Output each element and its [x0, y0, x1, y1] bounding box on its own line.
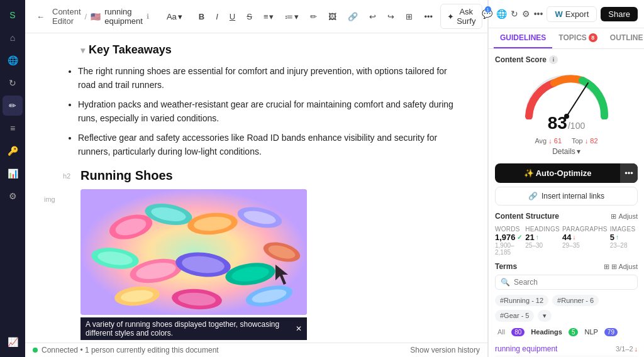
search-input[interactable]: [514, 278, 632, 287]
term-down-arrow: ↓: [635, 345, 638, 353]
internal-links-label: Insert internal links: [541, 192, 604, 200]
top-score: Top ↓ 82: [572, 137, 598, 145]
sidebar-icon-chart[interactable]: 📊: [3, 163, 23, 184]
globe-icon-button[interactable]: 🌐: [496, 5, 507, 23]
refresh-icon: ↻: [511, 9, 518, 19]
font-selector[interactable]: Aa ▾: [167, 12, 182, 21]
image-button[interactable]: 🖼: [325, 10, 340, 23]
list-button[interactable]: ≔ ▾: [281, 10, 303, 23]
sidebar-icon-settings[interactable]: ⚙: [3, 186, 23, 206]
score-denom: /100: [568, 121, 585, 131]
home-icon: ⌂: [10, 33, 15, 43]
more-button[interactable]: •••: [420, 10, 436, 23]
filter-badge-nlp: 79: [604, 328, 618, 336]
settings-icon-button[interactable]: ⚙: [522, 5, 530, 23]
align-chevron-icon: ▾: [269, 12, 274, 21]
undo-button[interactable]: ↩: [365, 10, 380, 23]
filter-tab-headings[interactable]: Headings: [528, 327, 565, 337]
collapse-icon[interactable]: ▾: [80, 45, 85, 55]
tag-more[interactable]: ▾: [538, 310, 552, 322]
info-icon[interactable]: ℹ: [147, 13, 149, 21]
tab-topics[interactable]: TOPICS 8: [552, 28, 603, 48]
search-icon: 🔍: [501, 278, 510, 287]
sidebar-icon-home[interactable]: S: [3, 5, 23, 25]
sidebar-icon-refresh[interactable]: ↻: [3, 73, 23, 93]
auto-optimize-button[interactable]: ✨ Auto-Optimize: [495, 163, 638, 183]
align-button[interactable]: ≡ ▾: [260, 10, 278, 23]
editor-content[interactable]: ▾ Key Takeaways The right running shoes …: [25, 33, 487, 343]
structure-title: Content Structure: [495, 212, 559, 221]
filter-badge-headings: 5: [569, 328, 579, 336]
h2-tag: h2: [63, 172, 75, 180]
score-info-icon[interactable]: i: [549, 55, 558, 64]
sidebar-icon-edit[interactable]: ✏: [3, 96, 23, 116]
details-row: Details ▾: [495, 147, 638, 156]
paragraphs-value: 44 ↓: [562, 233, 608, 242]
back-button[interactable]: ←: [33, 10, 48, 23]
sidebar-icon-dashboard[interactable]: ⌂: [3, 28, 23, 48]
internal-links-button[interactable]: 🔗 Insert internal links: [495, 187, 638, 206]
list-chevron-icon: ▾: [294, 12, 299, 21]
tag-gear[interactable]: #Gear - 5: [495, 310, 534, 322]
term-row-running-equipment: running equipment 3/1–2 ↓: [495, 342, 638, 356]
refresh-icon-button[interactable]: ↻: [511, 5, 518, 23]
terms-adjust-label: ⊞ Adjust: [611, 263, 638, 271]
ask-surfy-label: Ask Surfy: [457, 7, 475, 26]
tab-outline[interactable]: OUTLINE: [604, 28, 644, 48]
filter-tab-nlp[interactable]: NLP: [582, 327, 600, 337]
term-name-running-equipment: running equipment: [495, 344, 557, 353]
terms-search-box[interactable]: 🔍: [495, 275, 638, 290]
toolbar: ← Content Editor / 🇺🇸 running equipment …: [25, 0, 487, 33]
tab-guidelines[interactable]: GUIDELINES: [494, 28, 552, 48]
tag-running[interactable]: #Running - 12: [495, 295, 548, 306]
score-value: 83: [548, 113, 567, 133]
auto-optimize-label: ✨ Auto-Optimize: [524, 168, 592, 178]
right-panel-content: Content Score i 83: [489, 49, 644, 357]
filter-tab-all[interactable]: All: [495, 327, 508, 337]
words-stat: WORDS 1,976 ✓ 1,900–2,185: [495, 226, 523, 256]
image-container[interactable]: [80, 189, 462, 315]
content-structure-section: Content Structure ⊞ Adjust WORDS 1,976 ✓…: [495, 212, 638, 256]
highlight-button[interactable]: ✏: [306, 10, 321, 23]
list-icon: ≡: [10, 123, 15, 133]
sidebar-icon-trend[interactable]: 📈: [3, 332, 23, 352]
caption-close-button[interactable]: ✕: [296, 324, 302, 333]
key-takeaways-text: Key Takeaways: [89, 43, 172, 57]
status-left: Connected • 1 person currently editing t…: [33, 346, 219, 354]
headings-label: HEADINGS: [525, 226, 560, 233]
main-area: ← Content Editor / 🇺🇸 running equipment …: [25, 0, 487, 357]
adjust-icon: ⊞: [611, 212, 616, 221]
strikethrough-button[interactable]: S: [243, 10, 256, 23]
share-button[interactable]: Share: [601, 7, 638, 21]
more-icon-button[interactable]: •••: [534, 5, 543, 23]
sidebar-icon-globe[interactable]: 🌐: [3, 50, 23, 70]
sidebar-icon-list[interactable]: ≡: [3, 118, 23, 138]
chat-icon-button[interactable]: 💬 1: [482, 5, 492, 23]
adjust-button[interactable]: ⊞ Adjust: [611, 212, 638, 221]
terms-filter-row: All 80 Headings 5 NLP 79: [495, 327, 638, 337]
key-takeaways-heading-row: ▾ Key Takeaways: [63, 43, 462, 57]
wp-icon: W: [555, 9, 562, 19]
terms-adjust-button[interactable]: ⊞ ⊞ Adjust: [604, 263, 638, 271]
sidebar-icon-key[interactable]: 🔑: [3, 141, 23, 161]
underline-button[interactable]: U: [226, 10, 239, 23]
export-label: Export: [565, 9, 589, 19]
export-button[interactable]: W Export: [547, 6, 597, 22]
auto-optimize-more-button[interactable]: •••: [620, 163, 638, 183]
redo-button[interactable]: ↪: [384, 10, 398, 23]
right-panel: 💬 1 🌐 ↻ ⚙ ••• W Export Share GUIDELINES …: [488, 0, 644, 357]
bold-button[interactable]: B: [195, 10, 208, 23]
terms-adjust-icon: ⊞: [604, 263, 609, 271]
ask-surfy-button[interactable]: ✦ Ask Surfy: [440, 4, 482, 29]
show-version-history-button[interactable]: Show version history: [410, 346, 480, 354]
link-button[interactable]: 🔗: [344, 10, 362, 23]
details-button[interactable]: Details ▾: [552, 147, 580, 156]
table-button[interactable]: ⊞: [402, 10, 416, 23]
words-value: 1,976 ✓: [495, 233, 523, 242]
running-shoes-heading-row: h2 Running Shoes: [63, 168, 462, 183]
italic-button[interactable]: I: [212, 10, 222, 23]
chat-badge: 1: [485, 6, 491, 13]
content-score-section: Content Score i 83: [495, 55, 638, 156]
tag-runner[interactable]: #Runner - 6: [552, 295, 599, 306]
headings-stat: HEADINGS 21 ↑ 25–30: [525, 226, 560, 256]
